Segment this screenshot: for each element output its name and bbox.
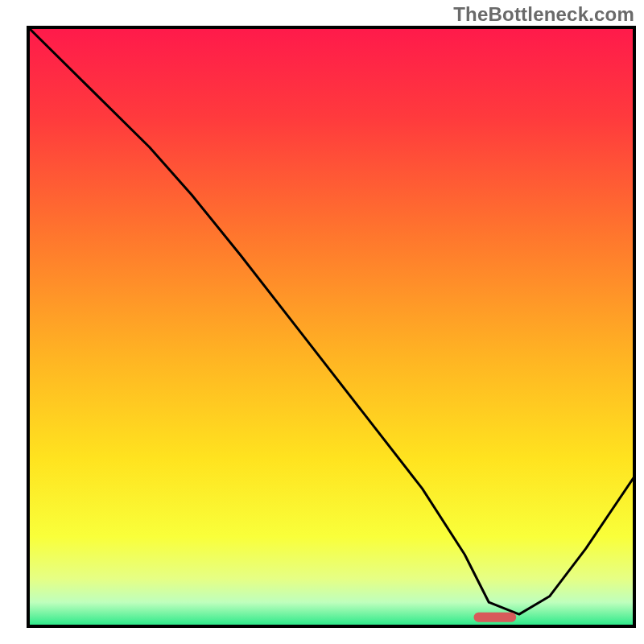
- valley-marker: [474, 613, 517, 622]
- bottleneck-chart: [0, 0, 644, 644]
- chart-container: TheBottleneck.com: [0, 0, 644, 644]
